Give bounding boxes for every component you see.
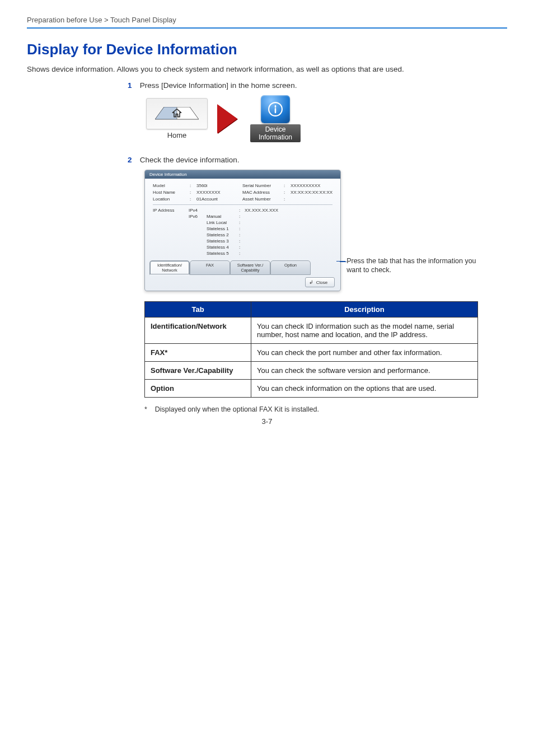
mac-value: XX:XX:XX:XX:XX:XX bbox=[291, 190, 332, 195]
serial-value: XXXXXXXXXX bbox=[291, 183, 332, 188]
header-rule bbox=[27, 27, 507, 29]
ip-grid: IP Address IPv4:XX.XXX.XX.XXX IPv6 Manua… bbox=[153, 208, 332, 258]
tab-option[interactable]: Option bbox=[270, 260, 311, 275]
page-title: Display for Device Information bbox=[27, 41, 507, 58]
footnote-marker: * bbox=[144, 405, 147, 413]
location-label: Location bbox=[153, 197, 188, 202]
table-cell-description: You can check the software version and p… bbox=[251, 362, 478, 380]
table-cell-description: You can check the port number and other … bbox=[251, 344, 478, 362]
table-row: FAX*You can check the port number and ot… bbox=[145, 344, 478, 362]
footnote: * Displayed only when the optional FAX K… bbox=[144, 405, 486, 413]
mac-label: MAC Address bbox=[242, 190, 282, 195]
hostname-value: XXXXXXXX bbox=[196, 190, 240, 195]
red-arrow-icon bbox=[217, 104, 237, 133]
location-value: 01Account bbox=[196, 197, 240, 202]
intro-text: Shows device information. Allows you to … bbox=[27, 65, 507, 73]
table-cell-tab: Software Ver./Capability bbox=[145, 362, 251, 380]
close-button[interactable]: ↲ Close bbox=[305, 277, 335, 287]
ipv6-stateful-label: Stateful bbox=[207, 257, 238, 258]
table-cell-tab: Option bbox=[145, 380, 251, 398]
model-value: 3560i bbox=[196, 183, 240, 188]
step-2: 2 Check the device information. bbox=[128, 156, 486, 164]
model-label: Model bbox=[153, 183, 188, 188]
step-1: 1 Press [Device Information] in the home… bbox=[128, 81, 486, 90]
navigation-illustration: Home DeviceInformation bbox=[144, 95, 486, 142]
tab-identification-network[interactable]: Identification/ Network bbox=[149, 260, 190, 275]
footnote-text: Displayed only when the optional FAX Kit… bbox=[155, 405, 319, 413]
ip-address-label: IP Address bbox=[153, 208, 188, 213]
home-button-illustration: Home bbox=[144, 98, 209, 139]
table-row: Software Ver./CapabilityYou can check th… bbox=[145, 362, 478, 380]
asset-value bbox=[291, 197, 332, 202]
home-icon-box bbox=[146, 98, 208, 129]
ipv4-label: IPv4 bbox=[189, 208, 205, 213]
device-info-label: DeviceInformation bbox=[250, 124, 301, 142]
device-info-panel: Device Information Model:3560i Serial Nu… bbox=[144, 170, 341, 291]
ipv6-linklocal-label: Link Local bbox=[207, 220, 238, 225]
tab-fax[interactable]: FAX bbox=[190, 260, 230, 275]
home-label: Home bbox=[167, 131, 187, 139]
table-cell-tab: Identification/Network bbox=[145, 318, 251, 344]
ipv6-stateless4-label: Stateless 4 bbox=[207, 245, 238, 250]
breadcrumb: Preparation before Use > Touch Panel Dis… bbox=[27, 16, 507, 27]
info-grid: Model:3560i Serial Number:XXXXXXXXXX Hos… bbox=[153, 183, 332, 205]
device-info-icon bbox=[261, 95, 290, 123]
device-info-button-illustration: DeviceInformation bbox=[245, 95, 306, 142]
panel-title: Device Information bbox=[145, 170, 340, 179]
table-cell-tab: FAX* bbox=[145, 344, 251, 362]
tab-software-capability[interactable]: Software Ver./ Capability bbox=[230, 260, 270, 275]
table-row: Identification/NetworkYou can check ID i… bbox=[145, 318, 478, 344]
step-2-text: Check the device information. bbox=[140, 156, 240, 164]
hostname-label: Host Name bbox=[153, 190, 188, 195]
table-cell-description: You can check ID information such as the… bbox=[251, 318, 478, 344]
callout-line bbox=[340, 262, 346, 262]
enter-icon: ↲ bbox=[309, 279, 313, 285]
table-header-tab: Tab bbox=[145, 302, 251, 318]
table-row: OptionYou can check information on the o… bbox=[145, 380, 478, 398]
ipv4-value: XX.XXX.XX.XXX bbox=[245, 208, 332, 213]
panel-tabs: Identification/ Network FAX Software Ver… bbox=[145, 260, 340, 275]
house-icon bbox=[171, 108, 182, 119]
step-1-text: Press [Device Information] in the home s… bbox=[140, 81, 297, 90]
ipv6-stateless2-label: Stateless 2 bbox=[207, 232, 238, 237]
ipv6-stateless3-label: Stateless 3 bbox=[207, 239, 238, 244]
page-number: 3-7 bbox=[0, 417, 534, 426]
ipv6-stateless5-label: Stateless 5 bbox=[207, 251, 238, 256]
ipv6-label: IPv6 bbox=[189, 214, 205, 219]
callout-text: Press the tab that has the information y… bbox=[346, 256, 486, 274]
asset-label: Asset Number bbox=[242, 197, 282, 202]
serial-label: Serial Number bbox=[242, 183, 282, 188]
ipv6-manual-label: Manual bbox=[207, 214, 238, 219]
table-header-description: Description bbox=[251, 302, 478, 318]
description-table: Tab Description Identification/NetworkYo… bbox=[144, 301, 478, 398]
table-cell-description: You can check information on the options… bbox=[251, 380, 478, 398]
step-1-number: 1 bbox=[128, 81, 138, 90]
step-2-number: 2 bbox=[128, 156, 138, 164]
close-label: Close bbox=[316, 280, 327, 285]
ipv6-stateless1-label: Stateless 1 bbox=[207, 226, 238, 231]
